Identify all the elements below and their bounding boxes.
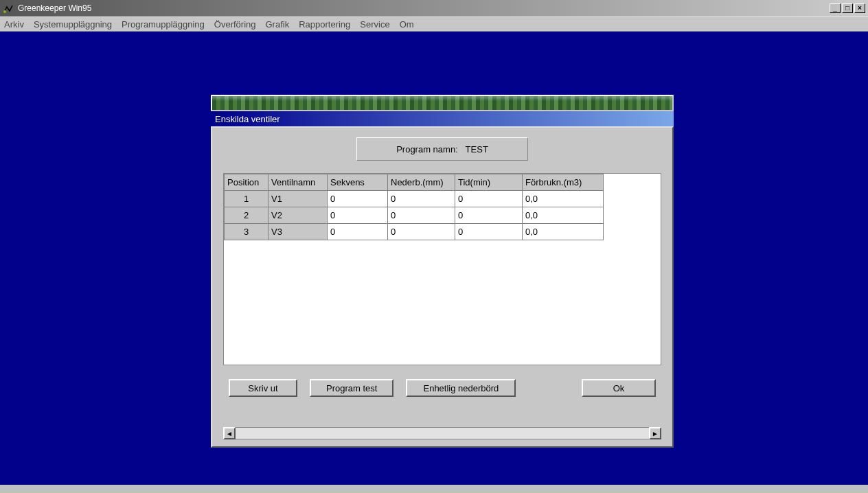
workspace: Enskilda ventiler Program namn: TEST Pos… <box>0 32 868 485</box>
app-icon <box>3 3 14 14</box>
program-name-label: Program namn: <box>396 144 458 154</box>
cell-sekvens[interactable]: 0 <box>328 224 388 240</box>
cell-position[interactable]: 1 <box>225 191 269 207</box>
cell-ventilnamn[interactable]: V2 <box>269 207 328 224</box>
col-nederb: Nederb.(mm) <box>388 174 455 191</box>
dialog-body: Program namn: TEST Position Ventilnamn S… <box>211 126 674 448</box>
table-row[interactable]: 3 V3 0 0 0 0,0 <box>225 224 604 240</box>
ok-button[interactable]: Ok <box>582 379 656 397</box>
close-button[interactable]: × <box>854 3 865 13</box>
table-row[interactable]: 2 V2 0 0 0 0,0 <box>225 207 604 224</box>
cell-position[interactable]: 3 <box>225 224 269 240</box>
menu-om[interactable]: Om <box>400 19 414 30</box>
menu-overforing[interactable]: Överföring <box>214 19 256 30</box>
app-title: Greenkeeper Win95 <box>18 3 830 13</box>
program-test-button[interactable]: Program test <box>310 379 393 397</box>
cell-tid[interactable]: 0 <box>455 224 523 240</box>
titlebar: Greenkeeper Win95 _ □ × <box>0 0 868 16</box>
scroll-left-icon[interactable]: ◄ <box>223 427 236 439</box>
cell-nederb[interactable]: 0 <box>388 207 455 224</box>
horizontal-scrollbar[interactable]: ◄ ► <box>223 427 661 439</box>
button-row: Skriv ut Program test Enhetlig nederbörd… <box>223 379 661 397</box>
col-forbrukn: Förbrukn.(m3) <box>523 174 604 191</box>
menu-arkiv[interactable]: Arkiv <box>4 19 24 30</box>
col-tid: Tid(min) <box>455 174 523 191</box>
menu-service[interactable]: Service <box>360 19 389 30</box>
valve-table: Position Ventilnamn Sekvens Nederb.(mm) … <box>223 173 661 365</box>
table-row[interactable]: 1 V1 0 0 0 0,0 <box>225 191 604 207</box>
print-button[interactable]: Skriv ut <box>229 379 297 397</box>
maximize-button[interactable]: □ <box>842 3 853 13</box>
menu-grafik[interactable]: Grafik <box>266 19 290 30</box>
minimize-button[interactable]: _ <box>830 3 841 13</box>
cell-sekvens[interactable]: 0 <box>328 207 388 224</box>
cell-ventilnamn[interactable]: V1 <box>269 191 328 207</box>
menu-programupplaggning[interactable]: Programuppläggning <box>122 19 205 30</box>
dialog-title: Enskilda ventiler <box>211 111 674 126</box>
scroll-right-icon[interactable]: ► <box>649 427 661 439</box>
cell-forbrukn[interactable]: 0,0 <box>523 224 604 240</box>
cell-ventilnamn[interactable]: V3 <box>269 224 328 240</box>
menu-systemupplaggning[interactable]: Systemuppläggning <box>34 19 112 30</box>
cell-nederb[interactable]: 0 <box>388 224 455 240</box>
cell-nederb[interactable]: 0 <box>388 191 455 207</box>
dialog: Enskilda ventiler Program namn: TEST Pos… <box>211 95 674 448</box>
table-header-row: Position Ventilnamn Sekvens Nederb.(mm) … <box>225 174 604 191</box>
statusbar <box>0 485 868 493</box>
menubar: Arkiv Systemuppläggning Programuppläggni… <box>0 16 868 32</box>
cell-sekvens[interactable]: 0 <box>328 191 388 207</box>
cell-forbrukn[interactable]: 0,0 <box>523 207 604 224</box>
cell-position[interactable]: 2 <box>225 207 269 224</box>
scroll-track[interactable] <box>236 427 649 439</box>
program-name-box: Program namn: TEST <box>356 137 528 161</box>
banner-image <box>211 95 674 111</box>
cell-tid[interactable]: 0 <box>455 191 523 207</box>
menu-rapportering[interactable]: Rapportering <box>299 19 350 30</box>
cell-tid[interactable]: 0 <box>455 207 523 224</box>
col-position: Position <box>225 174 269 191</box>
program-name-value: TEST <box>466 144 488 154</box>
col-ventilnamn: Ventilnamn <box>269 174 328 191</box>
svg-point-0 <box>3 10 6 13</box>
col-sekvens: Sekvens <box>328 174 388 191</box>
cell-forbrukn[interactable]: 0,0 <box>523 191 604 207</box>
window-controls: _ □ × <box>830 3 865 13</box>
uniform-precip-button[interactable]: Enhetlig nederbörd <box>406 379 516 397</box>
